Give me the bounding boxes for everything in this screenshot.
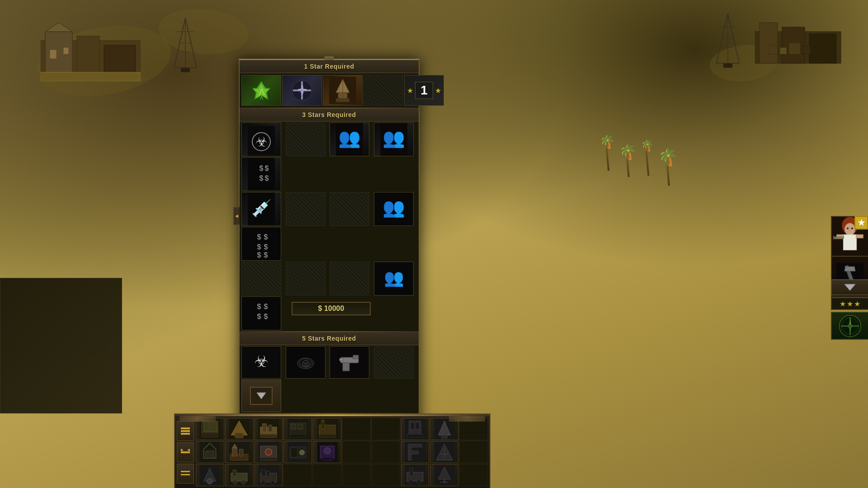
svg-rect-129 [232, 448, 237, 456]
svg-rect-162 [262, 470, 266, 476]
three-star-row-3: 👥 $ $ $ $ [240, 262, 419, 331]
svg-marker-84 [257, 393, 266, 399]
svg-rect-67 [248, 296, 275, 330]
upgrade-cell-money-1[interactable]: $ $ $ $ [241, 157, 281, 191]
svg-rect-96 [211, 422, 217, 432]
svg-text:☣: ☣ [254, 352, 269, 371]
toolbar-cell-3-8[interactable] [401, 464, 429, 486]
toolbar-cell-2-7 [372, 441, 400, 463]
star-counter: ★ 1 ★ [404, 75, 444, 106]
five-star-weapon[interactable] [330, 346, 369, 379]
upgrade-cell-money-3[interactable]: $ $ $ $ [241, 296, 281, 330]
toolbar-cell-1-4[interactable] [283, 418, 312, 440]
svg-marker-188 [844, 284, 855, 291]
toolbar-btn-info[interactable] [177, 464, 194, 483]
svg-rect-85 [181, 427, 190, 429]
five-star-biohazard[interactable]: ☣ [241, 346, 281, 379]
star-right: ★ [435, 86, 441, 95]
toolbar-cell-2-8[interactable] [401, 441, 429, 463]
svg-rect-126 [206, 451, 214, 458]
svg-rect-120 [407, 434, 423, 437]
svg-text:👥: 👥 [338, 127, 361, 149]
toolbar-btn-expand[interactable] [177, 442, 194, 462]
upgrade-cell-money-2[interactable]: $ $ $ $ $ $ [241, 227, 281, 261]
toolbar-cell-2-10 [459, 441, 488, 463]
five-star-explosion[interactable]: ◎ [286, 346, 326, 379]
svg-point-177 [844, 223, 855, 235]
star-number-display: 1 [415, 82, 433, 99]
svg-rect-7 [41, 72, 140, 81]
star-badge: ★ [854, 216, 868, 230]
toolbar-inner [175, 416, 490, 488]
svg-rect-24 [769, 45, 778, 54]
five-star-dropdown-btn[interactable] [241, 380, 281, 412]
toolbar-cell-3-5 [313, 464, 341, 486]
toolbar-ornament-right [449, 416, 485, 422]
svg-text:$: $ [264, 243, 268, 251]
toolbar-cell-2-6 [342, 441, 371, 463]
three-star-row-1: ☣ 👥 [240, 122, 419, 191]
svg-rect-113 [321, 421, 324, 429]
toolbar-cell-3-1[interactable] [196, 464, 224, 486]
upgrade-cell-chemical[interactable]: 💉 [241, 192, 281, 226]
toolbar-cell-1-2[interactable] [225, 418, 254, 440]
upgrade-cell-rank[interactable]: ⋀ ⋀ [241, 75, 281, 106]
svg-point-157 [233, 480, 237, 484]
toolbar-cell-3-2[interactable] [225, 464, 254, 486]
svg-text:$: $ [265, 164, 269, 172]
svg-rect-143 [322, 457, 332, 460]
toolbar-cell-1-6 [342, 418, 371, 440]
svg-text:⋀: ⋀ [259, 88, 265, 95]
svg-text:$: $ [259, 174, 264, 182]
toolbar-cell-2-1[interactable] [196, 441, 224, 463]
toolbar-btn-grid[interactable] [177, 421, 194, 441]
svg-text:$: $ [264, 251, 268, 259]
svg-rect-92 [181, 474, 190, 475]
svg-rect-100 [235, 433, 243, 438]
toolbar-cell-2-5[interactable] [313, 441, 341, 463]
toolbar-cell-2-3[interactable] [255, 441, 283, 463]
svg-rect-135 [260, 457, 277, 460]
right-dropdown-btn[interactable] [831, 279, 868, 296]
one-star-section: 1 Star Required ⋀ ⋀ [240, 60, 419, 108]
toolbar-cell-1-3[interactable] [255, 418, 283, 440]
toolbar-side-buttons [177, 418, 194, 486]
svg-text:💉: 💉 [251, 198, 272, 218]
panel-scroll-left[interactable]: ◄ [233, 207, 240, 225]
svg-rect-108 [291, 424, 296, 429]
upgrade-cell-people-1[interactable]: 👥 [330, 122, 369, 156]
toolbar-cell-2-9[interactable] [430, 441, 458, 463]
svg-text:$: $ [264, 313, 268, 320]
three-star-locked-3 [330, 192, 369, 226]
upgrade-cell-people-3[interactable]: 👥 [374, 192, 414, 226]
toolbar-cell-2-4[interactable] [283, 441, 312, 463]
upgrade-cell-missile[interactable] [323, 75, 363, 106]
five-star-section: 5 Stars Required ☣ [240, 332, 419, 413]
svg-rect-147 [408, 451, 419, 454]
svg-rect-97 [202, 433, 218, 437]
three-star-locked-4 [241, 262, 281, 296]
upgrade-cell-biohazard[interactable]: ☣ [241, 122, 281, 156]
three-star-section: 3 Stars Required ☣ [240, 108, 419, 331]
toolbar-cell-1-5[interactable] [313, 418, 341, 440]
upgrade-cell-people-4[interactable]: 👥 [374, 262, 414, 296]
svg-rect-6 [63, 47, 69, 54]
upgrade-cell-people-2[interactable]: 👥 [374, 122, 414, 156]
upgrade-cell-wrench[interactable]: ✛ [282, 75, 322, 106]
oil-derrick-right [714, 14, 741, 68]
svg-rect-182 [856, 235, 863, 238]
upgrade-cell-locked-1 [363, 75, 403, 106]
three-star-header: 3 Stars Required [240, 108, 419, 122]
toolbar-cell-1-8[interactable] [401, 418, 429, 440]
svg-point-158 [241, 480, 245, 484]
toolbar-cell-3-3[interactable] [255, 464, 283, 486]
toolbar-cell-3-9[interactable] [430, 464, 458, 486]
bg-building-left [41, 23, 149, 81]
one-star-grid: ⋀ ⋀ ✛ [240, 73, 419, 108]
svg-text:$: $ [259, 164, 264, 172]
toolbar-cell-2-2[interactable] [225, 441, 254, 463]
compass-btn[interactable] [831, 312, 868, 340]
toolbar-cell-3-7 [372, 464, 400, 486]
svg-rect-119 [416, 423, 419, 429]
svg-rect-13 [181, 68, 190, 72]
